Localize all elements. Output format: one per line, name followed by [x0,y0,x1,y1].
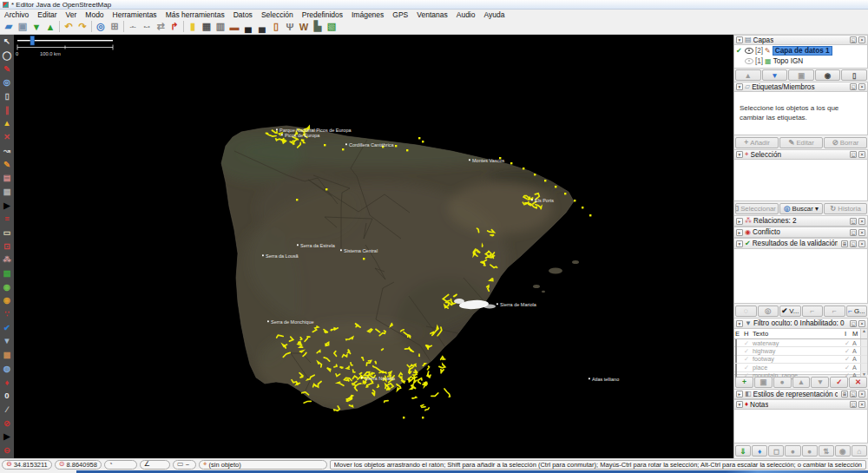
annotate-tool-icon[interactable]: ✎ [1,157,14,171]
delete-tag-button[interactable]: ⊘Borrar [824,137,867,148]
close-icon[interactable]: ✕ [858,401,865,408]
layer-merge-button[interactable]: ▣ [788,69,814,81]
enable-filter-button[interactable]: ✓ [830,377,848,388]
layer-down-button[interactable]: ▼ [762,69,788,81]
collapse-icon[interactable]: ▸ [736,229,743,236]
ignore-error-button[interactable]: ⌐ [824,305,845,317]
dock-icon[interactable]: ◱ [850,229,857,236]
layer-delete-button[interactable]: ▯ [841,69,867,81]
notes-panel-header[interactable]: ▾ ♦ Notas ◱ ✕ [734,399,868,410]
lane-icon[interactable]: ▮ [186,20,200,34]
search-button[interactable]: ◎Buscar ▾ [779,203,823,214]
menu-imagenes[interactable]: Imágenes [347,10,388,19]
menu-ayuda[interactable]: Ayuda [480,10,510,19]
dock-icon[interactable]: ◱ [850,401,857,408]
menu-herramientas[interactable]: Herramientas [108,10,161,19]
collapse-icon[interactable]: ▾ [736,401,743,408]
validator-icon[interactable]: ✔ [1,320,14,334]
stop-sign-icon[interactable]: ⊖ [1,443,14,457]
works-icon[interactable]: ▙ [311,20,325,34]
layer-row[interactable]: [1]▦Topo IGN [734,56,867,68]
edit-tag-button[interactable]: ✎Editar [779,137,823,148]
close-icon[interactable]: ✕ [858,320,865,327]
select-tool-icon[interactable]: ↖ [1,35,14,49]
options-icon[interactable]: ⊞ [841,240,848,247]
reverse-way-icon[interactable]: ↱ [168,20,181,34]
close-icon[interactable]: ✕ [858,151,865,158]
layer-visibility-icon[interactable] [745,58,753,64]
layer-row[interactable]: ✔[2]✎Capa de datos 1 [734,45,867,56]
terrace-tool-icon[interactable]: ▦ [1,185,14,199]
dock-icon[interactable]: ◱ [850,218,857,225]
menu-archivo[interactable]: Archivo [0,10,33,19]
autofilter-icon[interactable]: ≡ [1,212,14,226]
select-errors-button[interactable]: ◌ [735,305,757,317]
measurement-icon[interactable]: ∕ [1,403,14,417]
scrollbar-track[interactable] [860,356,867,363]
enable-checkbox[interactable] [735,364,737,371]
extrude-tool-icon[interactable]: ▤ [1,171,14,185]
zoom-slider[interactable] [17,36,113,46]
menu-gps[interactable]: GPS [388,10,412,19]
collapse-icon[interactable]: ▾ [736,240,743,247]
hide-checkbox[interactable]: ✓ [743,364,752,371]
lasso-tool-icon[interactable]: ◯ [1,49,14,62]
history-button[interactable]: ↻Historia [824,203,867,214]
collapse-icon[interactable]: ▸ [736,218,743,225]
collapse-icon[interactable]: ▾ [736,36,743,43]
validate-button[interactable]: ✔V... [779,305,801,317]
dock-icon[interactable]: ◱ [850,240,857,247]
menu-audio[interactable]: Audio [452,10,480,19]
note-pin-icon[interactable]: ♦ [1,375,14,389]
close-icon[interactable]: ✕ [858,83,865,90]
close-icon[interactable]: ✕ [858,36,865,43]
menu-modo[interactable]: Modo [81,10,108,19]
split-way-tool-icon[interactable]: ✕ [1,130,14,144]
follow-line-tool-icon[interactable]: ↝ [1,144,14,158]
conflict-panel-header[interactable]: ▸ ◉ Conflicto ◱ ✕ [734,227,868,238]
filter-funnel-icon[interactable]: ▼ [1,334,14,348]
zoom-field[interactable]: ▭ ~ [173,460,196,470]
scrollbar-up-icon[interactable]: ▲ [860,329,867,338]
close-note-button[interactable]: ● [785,445,800,457]
merge-layers-icon[interactable]: ◉ [1,279,14,293]
close-icon[interactable]: ✕ [858,218,865,225]
menu-seleccion[interactable]: Selección [257,10,298,19]
unglue-way-icon[interactable]: -•- [126,20,140,34]
restaurant-icon[interactable]: Ψ [283,20,297,34]
enable-checkbox[interactable] [735,355,737,363]
scrollbar-track[interactable] [860,347,867,354]
map-view-icon[interactable]: ▦ [1,266,14,280]
menu-editar[interactable]: Editar [33,10,61,19]
zoom-icon[interactable]: ◎ [94,20,108,34]
menu-ver[interactable]: Ver [62,10,82,19]
upload-icon[interactable]: ▲ [43,20,57,34]
layer-name[interactable]: Topo IGN [773,57,804,65]
filter-row[interactable]: ✓highway✓A [734,347,867,355]
selection-panel-header[interactable]: ▾ ⌖ Selección ◱ ✕ [734,149,868,160]
collapse-icon[interactable]: ▾ [736,151,743,158]
new-note-button[interactable]: ♦ [752,445,767,457]
add-filter-button[interactable]: + [735,377,753,388]
scrollbar-track[interactable] [860,364,867,371]
collapse-icon[interactable]: ▸ [736,391,743,397]
waterway-w-icon[interactable]: W [297,20,311,34]
download-icon[interactable]: ▼ [30,20,43,34]
hide-checkbox[interactable]: ✓ [743,355,752,363]
validation-panel-header[interactable]: ▾ ✔ Resultados de la validación ⊞ ◱ ✕ [734,238,868,249]
scrollbar-track[interactable] [860,339,867,346]
relation-editor-icon[interactable]: ⁂ [1,253,14,266]
options-icon[interactable]: ⊞ [841,391,848,397]
filter-row[interactable]: ✓waterway✓A [734,339,867,347]
delete-tool-icon[interactable]: ▯ [1,89,14,103]
upload-note-button[interactable]: ◉ [835,445,851,457]
dock-icon[interactable]: ◱ [850,151,857,158]
close-icon[interactable]: ✕ [858,391,865,397]
add-comment-button[interactable]: ◻ [768,445,784,457]
delete-filter-button[interactable]: ● [773,377,792,388]
hide-filter-button[interactable]: ✕ [849,377,867,388]
preferences-icon[interactable]: ⊞ [108,20,122,34]
layer-up-button[interactable]: ▲ [735,69,761,81]
map-canvas[interactable]: Parque Nacional Picos de EuropaPicos de … [14,35,733,458]
fix-error-button[interactable]: ⌐ [802,305,824,317]
